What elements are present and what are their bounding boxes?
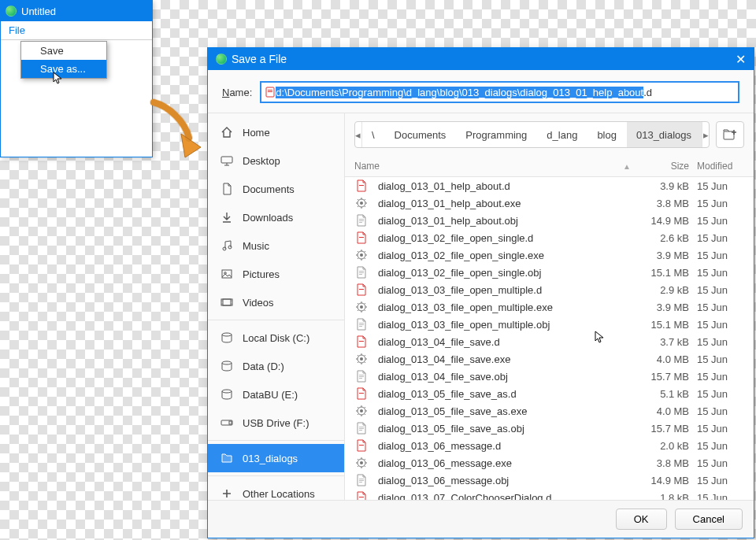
column-header-name[interactable]: Name ▲ <box>354 161 642 172</box>
app-titlebar[interactable]: Untitled <box>1 1 152 21</box>
file-menu-dropdown: Save Save as... <box>20 41 107 79</box>
svg-point-22 <box>360 202 363 205</box>
column-header-size[interactable]: Size <box>642 161 697 172</box>
file-d-icon <box>354 283 369 297</box>
desktop-icon <box>220 154 233 167</box>
sidebar-item-label: Music <box>243 240 269 252</box>
file-modified: 15 Jun <box>697 284 754 296</box>
sidebar-item-pictures[interactable]: Pictures <box>208 260 344 288</box>
sidebar-item-label: Other Locations <box>243 488 315 500</box>
file-size: 4.0 MB <box>642 405 697 417</box>
disk-icon <box>220 360 233 372</box>
file-row[interactable]: dialog_013_03_file_open_multiple.obj15.1… <box>345 316 754 333</box>
file-name: dialog_013_02_file_open_single.obj <box>378 267 642 279</box>
sidebar-item-label: DataBU (E:) <box>243 389 298 401</box>
usb-icon <box>220 416 233 429</box>
svg-rect-20 <box>359 185 364 186</box>
sidebar-item-downloads[interactable]: Downloads <box>208 203 344 231</box>
breadcrumb-segment[interactable]: 013_dialogs <box>627 122 702 147</box>
sidebar-item-home[interactable]: Home <box>208 118 344 146</box>
sidebar-item-013-dialogs[interactable]: 013_dialogs <box>208 444 344 472</box>
svg-rect-35 <box>359 323 364 324</box>
sidebar-item-music[interactable]: Music <box>208 231 344 260</box>
sidebar-item-usb-drive-f-[interactable]: USB Drive (F:) <box>208 409 344 437</box>
breadcrumb-segment[interactable]: \ <box>362 122 385 147</box>
file-row[interactable]: dialog_013_04_file_save.obj15.7 MB15 Jun <box>345 368 754 385</box>
file-modified: 15 Jun <box>697 250 754 261</box>
sidebar-item-databu-e-[interactable]: DataBU (E:) <box>208 380 344 409</box>
file-list[interactable]: dialog_013_01_help_about.d3.9 kB15 Jundi… <box>345 177 754 500</box>
breadcrumb-forward-button[interactable]: ▸ <box>702 122 709 147</box>
file-row[interactable]: dialog_013_01_help_about.exe3.8 MB15 Jun <box>345 194 754 212</box>
column-header-modified[interactable]: Modified <box>697 161 754 172</box>
cancel-button[interactable]: Cancel <box>675 509 743 530</box>
sidebar-item-desktop[interactable]: Desktop <box>208 146 344 175</box>
breadcrumb-segment[interactable]: blog <box>587 122 627 147</box>
file-size: 3.8 MB <box>642 457 697 469</box>
svg-rect-1 <box>268 90 272 91</box>
file-row[interactable]: dialog_013_06_message.d2.0 kB15 Jun <box>345 437 754 454</box>
file-name: dialog_013_07_ColorChooserDialog.d <box>378 492 642 501</box>
download-icon <box>220 211 233 224</box>
breadcrumb-segment[interactable]: Documents <box>385 122 457 147</box>
file-row[interactable]: dialog_013_04_file_save.exe4.0 MB15 Jun <box>345 350 754 368</box>
file-row[interactable]: dialog_013_04_file_save.d3.7 kB15 Jun <box>345 333 754 350</box>
file-size: 3.9 MB <box>642 301 697 313</box>
file-row[interactable]: dialog_013_06_message.exe3.8 MB15 Jun <box>345 454 754 472</box>
breadcrumb-segment[interactable]: d_lang <box>537 122 587 147</box>
file-exe-icon <box>354 248 369 262</box>
file-name: dialog_013_05_file_save_as.d <box>378 388 642 400</box>
file-row[interactable]: dialog_013_05_file_save_as.d5.1 kB15 Jun <box>345 385 754 402</box>
svg-rect-31 <box>359 274 362 275</box>
filename-ext-text: .d <box>643 87 652 98</box>
file-modified: 15 Jun <box>697 440 754 452</box>
file-row[interactable]: dialog_013_02_file_open_single.obj15.1 M… <box>345 264 754 281</box>
file-row[interactable]: dialog_013_05_file_save_as.obj15.7 MB15 … <box>345 420 754 437</box>
filename-row: Name: d:\Documents\Programming\d_lang\bl… <box>208 70 754 113</box>
menu-file[interactable]: File <box>4 23 30 38</box>
file-row[interactable]: dialog_013_01_help_about.d3.9 kB15 Jun <box>345 177 754 194</box>
menu-item-save[interactable]: Save <box>21 42 106 60</box>
file-row[interactable]: dialog_013_03_file_open_multiple.d2.9 kB… <box>345 281 754 298</box>
file-modified: 15 Jun <box>697 492 754 501</box>
save-file-dialog: Save a File ✕ Name: d:\Documents\Program… <box>207 47 754 538</box>
dialog-titlebar[interactable]: Save a File ✕ <box>208 48 754 70</box>
breadcrumb-segment[interactable]: Programming <box>456 122 537 147</box>
sidebar-item-data-d-[interactable]: Data (D:) <box>208 352 344 380</box>
svg-rect-3 <box>221 157 232 163</box>
sidebar-item-label: USB Drive (F:) <box>243 417 309 429</box>
filename-selected-text: d:\Documents\Programming\d_lang\blog\013… <box>276 87 643 98</box>
menubar: File <box>1 21 152 40</box>
close-icon[interactable]: ✕ <box>736 52 746 67</box>
svg-point-13 <box>231 303 232 304</box>
svg-rect-48 <box>359 428 364 429</box>
sidebar-item-other-locations[interactable]: Other Locations <box>208 479 344 500</box>
file-name: dialog_013_02_file_open_single.d <box>378 232 642 244</box>
file-row[interactable]: dialog_013_02_file_open_single.d2.6 kB15… <box>345 229 754 246</box>
svg-point-40 <box>360 357 363 361</box>
file-size: 3.9 MB <box>642 250 697 261</box>
file-row[interactable]: dialog_013_03_file_open_multiple.exe3.9 … <box>345 298 754 316</box>
file-modified: 15 Jun <box>697 423 754 435</box>
file-name: dialog_013_04_file_save.obj <box>378 371 642 383</box>
svg-rect-38 <box>359 341 364 342</box>
breadcrumb-back-button[interactable]: ◂ <box>355 122 362 147</box>
filename-input[interactable]: d:\Documents\Programming\d_lang\blog\013… <box>260 81 739 103</box>
ok-button[interactable]: OK <box>616 509 667 530</box>
file-row[interactable]: dialog_013_05_file_save_as.exe4.0 MB15 J… <box>345 402 754 420</box>
file-d-icon <box>354 179 369 193</box>
sidebar-item-documents[interactable]: Documents <box>208 175 344 203</box>
file-row[interactable]: dialog_013_01_help_about.obj14.9 MB15 Ju… <box>345 212 754 229</box>
sidebar-item-local-disk-c-[interactable]: Local Disk (C:) <box>208 324 344 352</box>
svg-rect-41 <box>359 375 364 375</box>
file-row[interactable]: dialog_013_06_message.obj14.9 MB15 Jun <box>345 472 754 489</box>
sidebar-item-videos[interactable]: Videos <box>208 288 344 316</box>
sidebar-item-label: Pictures <box>243 268 280 280</box>
svg-point-15 <box>222 361 232 364</box>
menu-item-save-as[interactable]: Save as... <box>21 60 106 78</box>
svg-point-11 <box>221 303 222 304</box>
file-obj-icon <box>354 213 369 227</box>
new-folder-button[interactable] <box>716 121 744 148</box>
file-row[interactable]: dialog_013_02_file_open_single.exe3.9 MB… <box>345 246 754 264</box>
file-row[interactable]: dialog_013_07_ColorChooserDialog.d1.8 kB… <box>345 489 754 500</box>
